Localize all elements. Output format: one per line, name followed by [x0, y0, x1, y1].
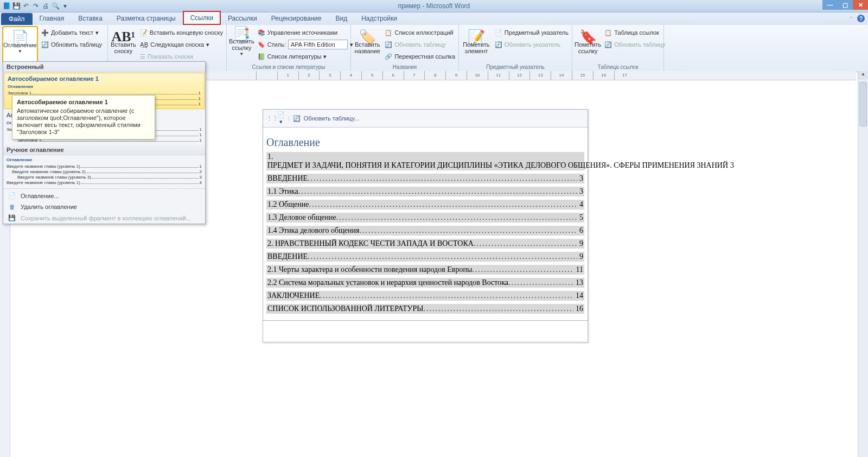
mark-citation-icon: 🔖 — [579, 34, 597, 40]
insert-index-button[interactable]: 📄Предметный указатель — [494, 27, 570, 38]
toc-entry[interactable]: ВВЕДЕНИЕ................................… — [266, 252, 584, 262]
scroll-up-icon[interactable]: ▲ — [858, 71, 868, 80]
footnote-icon: AB¹ — [111, 34, 135, 40]
toc-entry[interactable]: 1.2 Общение.............................… — [266, 200, 584, 210]
gallery-item-manual[interactable]: Оглавление Введите название главы (урове… — [3, 155, 205, 187]
next-footnote-button[interactable]: A͢BСледующая сноска ▾ — [139, 39, 224, 50]
tab-insert[interactable]: Вставка — [71, 12, 110, 25]
toc-entry[interactable]: 2. НРАВСТВЕННЫЙ КОДЕКС ЧЕСТИ ЗАПАДА И ВО… — [266, 239, 584, 249]
tab-review[interactable]: Рецензирование — [264, 12, 329, 25]
refresh-icon: 🔄 — [385, 41, 392, 48]
insert-citation-button[interactable]: 📑 Вставить ссылку▼ — [229, 26, 254, 62]
refresh-icon: 🔄 — [293, 115, 301, 122]
toc-update-link[interactable]: Обновить таблицу... — [304, 115, 359, 122]
add-text-button[interactable]: ➕Добавить текст ▾ — [40, 27, 103, 38]
group-citations: 📑 Вставить ссылку▼ 📚Управление источника… — [227, 25, 351, 72]
collapse-ribbon-icon[interactable]: ˄ — [850, 16, 853, 22]
citation-style[interactable]: 🔖Стиль: APA Fifth Edition ▾ — [257, 39, 354, 50]
group-index: 📝 Пометить элемент 📄Предметный указатель… — [459, 25, 572, 72]
toc-entry[interactable]: 2.1 Черты характера и особенности поведе… — [266, 265, 584, 275]
group-index-label: Предметный указатель — [461, 64, 570, 71]
insert-endnote-button[interactable]: 📝Вставить концевую сноску — [139, 27, 224, 38]
toc-entry[interactable]: ЗАКЛЮЧЕНИЕ..............................… — [266, 291, 584, 301]
toc-entry[interactable]: ВВЕДЕНИЕ................................… — [266, 174, 584, 183]
gallery-header-manual: Ручное оглавление — [3, 145, 205, 155]
menu-remove-toc[interactable]: 🗑Удалить оглавление — [3, 201, 205, 212]
window-title: пример - Microsoft Word — [398, 2, 470, 10]
preview-icon[interactable]: 🔍 — [51, 2, 60, 10]
update-toa-button: 🔄Обновить таблицу — [603, 39, 666, 50]
quick-access-toolbar: 📘 💾 ↶ ↷ 🖨 🔍 ▾ — [0, 2, 69, 10]
tab-references[interactable]: Ссылки — [183, 11, 221, 25]
group-toa-label: Таблица ссылок — [575, 64, 661, 71]
toc-field-toolbar: ⋮⋮ 📄▾ | 🔄 Обновить таблицу... — [263, 110, 588, 128]
mark-citation-button[interactable]: 🔖 Пометить ссылку — [575, 26, 601, 62]
caption-icon: 🏷️ — [359, 34, 376, 40]
biblio-icon: 📗 — [258, 53, 265, 60]
toa-icon: 📋 — [604, 29, 612, 36]
tab-page-layout[interactable]: Разметка страницы — [110, 12, 183, 25]
remove-icon: 🗑 — [8, 204, 16, 210]
mark-entry-icon: 📝 — [468, 34, 485, 40]
horizontal-ruler: 1234567891011121314151617 — [206, 71, 856, 80]
toc-entry[interactable]: 1.3 Деловое общение.....................… — [266, 213, 584, 223]
show-notes-icon: ☰ — [140, 53, 145, 60]
style-icon: 🔖 — [258, 41, 265, 48]
toc-options-icon[interactable]: 📄▾ — [277, 111, 285, 125]
tab-mailings[interactable]: Рассылки — [221, 12, 264, 25]
minimize-button[interactable]: — — [822, 0, 838, 10]
file-tab[interactable]: Файл — [1, 13, 33, 25]
style-select[interactable]: APA Fifth Edition — [288, 40, 348, 49]
toc-button[interactable]: 📄 Оглавление ▼ — [2, 26, 38, 63]
ribbon-tabs: Файл Главная Вставка Разметка страницы С… — [0, 12, 868, 25]
toc-entry[interactable]: 1.1 Этика...............................… — [266, 187, 584, 196]
table-of-figures-button[interactable]: 📋Список иллюстраций — [384, 27, 456, 38]
toc-entry[interactable]: СПИСОК ИСПОЛЬЗОВАННОЙ ЛИТЕРАТУРЫ........… — [266, 304, 584, 314]
document-page[interactable]: ⋮⋮ 📄▾ | 🔄 Обновить таблицу... Оглавление… — [263, 109, 588, 342]
mark-entry-button[interactable]: 📝 Пометить элемент — [461, 26, 492, 62]
update-index-button: 🔄Обновить указатель — [494, 39, 570, 50]
maximize-button[interactable]: ▢ — [838, 0, 853, 10]
toc-entry[interactable]: 1.4 Этика делового общения..............… — [266, 226, 584, 236]
gallery-header-builtin: Встроенный — [3, 62, 205, 72]
group-captions: 🏷️ Вставить название 📋Список иллюстраций… — [351, 25, 459, 72]
insert-footnote-button[interactable]: AB¹ Вставить сноску — [110, 26, 137, 62]
refresh-icon: 🔄 — [41, 41, 49, 48]
save-icon[interactable]: 💾 — [12, 2, 21, 10]
tab-addins[interactable]: Надстройки — [354, 12, 404, 25]
insert-toa-button[interactable]: 📋Таблица ссылок — [603, 27, 666, 38]
toc-entry[interactable]: 1. ПРЕДМЕТ И ЗАДАЧИ, ПОНЯТИЯ И КАТЕГОРИИ… — [266, 152, 584, 170]
document-area: 1234567891011121314151617 ⋮⋮ 📄▾ | 🔄 Обно… — [206, 71, 856, 457]
tooltip-title: Автособираемое оглавление 1 — [17, 99, 150, 105]
qat-more-icon[interactable]: ▾ — [61, 2, 69, 10]
refresh-icon: 🔄 — [495, 41, 502, 48]
toc-handle-icon[interactable]: ⋮⋮ — [266, 115, 274, 122]
manage-sources-button[interactable]: 📚Управление источниками — [257, 27, 354, 38]
bibliography-button[interactable]: 📗Список литературы ▾ — [257, 51, 354, 62]
insert-caption-button[interactable]: 🏷️ Вставить название — [353, 26, 381, 62]
vertical-scrollbar[interactable]: ▲ — [858, 71, 868, 457]
toc-field[interactable]: ⋮⋮ 📄▾ | 🔄 Обновить таблицу... Оглавление… — [263, 109, 588, 321]
citation-icon: 📑 — [233, 30, 250, 37]
tab-view[interactable]: Вид — [328, 12, 354, 25]
update-toc-button[interactable]: 🔄Обновить таблицу — [40, 39, 103, 50]
window-controls: — ▢ ✕ — [822, 0, 868, 10]
word-icon: 📘 — [2, 2, 11, 10]
toc-content: Оглавление 1. ПРЕДМЕТ И ЗАДАЧИ, ПОНЯТИЯ … — [263, 128, 588, 320]
crossref-icon: 🔗 — [385, 53, 392, 60]
toc-entry[interactable]: 2.2 Система моральных установок и иерарх… — [266, 278, 584, 288]
close-button[interactable]: ✕ — [853, 0, 868, 10]
redo-icon[interactable]: ↷ — [31, 2, 40, 10]
tab-home[interactable]: Главная — [33, 12, 72, 25]
menu-insert-toc[interactable]: 📄Оглавление... — [3, 190, 205, 201]
tof-icon: 📋 — [385, 29, 392, 36]
next-footnote-icon: A͢B — [140, 41, 148, 48]
scrollbar-thumb[interactable] — [859, 82, 867, 126]
add-text-icon: ➕ — [41, 29, 49, 36]
undo-icon[interactable]: ↶ — [22, 2, 30, 10]
help-icon[interactable]: ? — [857, 15, 865, 22]
cross-reference-button[interactable]: 🔗Перекрестная ссылка — [384, 51, 456, 62]
index-icon: 📄 — [495, 29, 502, 36]
update-tof-button: 🔄Обновить таблицу — [384, 39, 456, 50]
print-icon[interactable]: 🖨 — [41, 2, 50, 10]
